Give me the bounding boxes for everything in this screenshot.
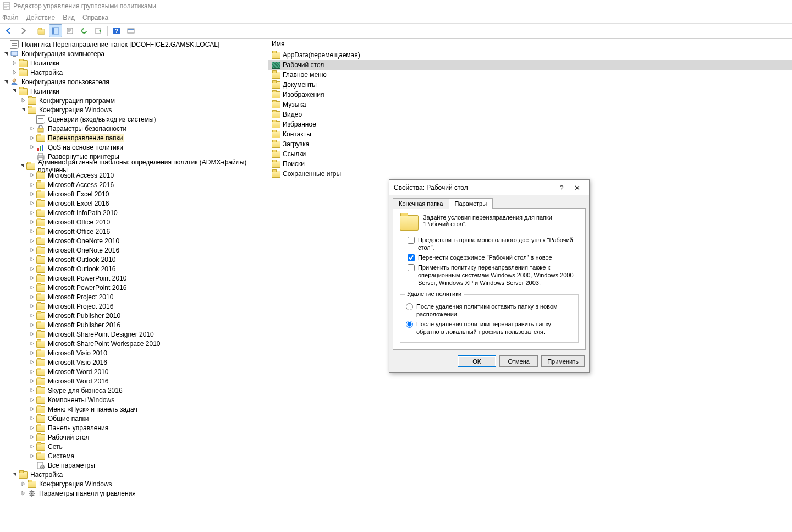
tree-admx-16[interactable]: Microsoft Publisher 2016 [0,320,268,330]
twisty-icon[interactable] [29,238,35,244]
tree-comp-policies[interactable]: Политики [0,58,268,68]
twisty-icon[interactable] [29,266,35,272]
tree-admx-9[interactable]: Microsoft Outlook 2010 [0,255,268,264]
export-button[interactable] [92,24,105,37]
tree-admx-14[interactable]: Microsoft Project 2016 [0,301,268,311]
menu-action[interactable]: Действие [26,14,56,21]
twisty-icon[interactable] [29,135,35,141]
tree-comp-preferences[interactable]: Настройка [0,68,268,77]
tree-admx-20[interactable]: Microsoft Visio 2016 [0,358,268,367]
twisty-icon[interactable] [29,200,35,207]
list-item[interactable]: Изображения [268,90,792,100]
properties-button[interactable] [63,24,76,37]
extra-button[interactable] [124,24,138,37]
list-item[interactable]: Видео [268,109,792,119]
tree-pref-win-config[interactable]: Конфигурация Windows [0,479,268,489]
twisty-icon[interactable] [29,294,35,300]
twisty-icon[interactable] [29,434,35,441]
tree-user-config[interactable]: Конфигурация пользователя [0,77,268,86]
dialog-help-button[interactable]: ? [554,180,569,195]
dialog-titlebar[interactable]: Свойства: Рабочий стол ? ✕ [389,180,589,195]
tree-qos[interactable]: QoS на основе политики [0,142,268,152]
tree-scripts[interactable]: Сценарии (вход/выход из системы) [0,114,268,124]
list-item[interactable]: Документы [268,80,792,90]
twisty-icon[interactable] [29,312,35,319]
help-button[interactable]: ? [110,24,123,37]
tree-computer-config[interactable]: Конфигурация компьютера [0,49,268,58]
tree-user-preferences[interactable]: Настройка [0,470,268,479]
apply-button[interactable]: Применить [541,355,585,367]
list-item[interactable]: Ссылки [268,149,792,159]
tree-program-config[interactable]: Конфигурация программ [0,96,268,105]
dialog-close-button[interactable]: ✕ [569,180,585,195]
tree-admx-18[interactable]: Microsoft SharePoint Workspace 2010 [0,339,268,348]
twisty-icon[interactable] [29,182,35,188]
twisty-icon[interactable] [29,359,35,366]
refresh-button[interactable] [78,24,91,37]
list-item[interactable]: Избранное [268,119,792,129]
twisty-icon[interactable] [29,210,35,216]
twisty-icon[interactable] [29,322,35,328]
list-item[interactable]: Музыка [268,100,792,109]
tree-admin-templates[interactable]: Административные шаблоны: определения по… [0,161,268,171]
tree-folder-redirection[interactable]: Перенаправление папки [0,133,268,142]
tree-admx-2[interactable]: Microsoft Excel 2010 [0,189,268,199]
checkbox-move-contents[interactable] [408,254,415,261]
tree-all-settings[interactable]: Все параметры [0,460,268,470]
menu-view[interactable]: Вид [63,14,75,21]
menu-help[interactable]: Справка [82,14,108,21]
list-column-header[interactable]: Имя [268,39,792,50]
twisty-icon[interactable] [11,69,18,76]
twisty-icon[interactable] [29,378,35,385]
twisty-icon[interactable] [29,247,35,254]
twisty-icon[interactable] [2,79,9,85]
tree-admx-10[interactable]: Microsoft Outlook 2016 [0,264,268,273]
twisty-icon[interactable] [29,125,35,132]
checkbox-apply-legacy[interactable] [408,264,415,271]
tree-cp-params[interactable]: Параметры панели управления [0,489,268,498]
tree-admx-22[interactable]: Microsoft Word 2016 [0,376,268,386]
tree-admx-4[interactable]: Microsoft InfoPath 2010 [0,208,268,217]
tree-admx-21[interactable]: Microsoft Word 2010 [0,367,268,376]
forward-button[interactable] [16,24,30,37]
twisty-icon[interactable] [29,350,35,357]
twisty-icon[interactable] [29,191,35,198]
twisty-icon[interactable] [29,331,35,338]
list-item[interactable]: Контакты [268,129,792,139]
tree-desktop[interactable]: Рабочий стол [0,432,268,442]
twisty-icon[interactable] [20,97,26,104]
tree-admx-12[interactable]: Microsoft PowerPoint 2016 [0,283,268,292]
checkbox-exclusive-rights[interactable] [408,237,415,244]
tree-shared-folders[interactable]: Общие папки [0,414,268,423]
twisty-icon[interactable] [29,425,35,431]
tree-admx-1[interactable]: Microsoft Access 2016 [0,180,268,189]
twisty-icon[interactable] [11,88,18,95]
twisty-icon[interactable] [29,406,35,413]
show-tree-button[interactable] [49,24,62,37]
tree-win-components[interactable]: Компоненты Windows [0,395,268,404]
tree-admx-7[interactable]: Microsoft OneNote 2010 [0,236,268,245]
tab-target-folder[interactable]: Конечная папка [393,198,449,209]
twisty-icon[interactable] [29,369,35,375]
twisty-icon[interactable] [29,284,35,291]
twisty-icon[interactable] [29,303,35,310]
tree-admx-8[interactable]: Microsoft OneNote 2016 [0,245,268,255]
tree-user-policies[interactable]: Политики [0,86,268,96]
tree-network[interactable]: Сеть [0,442,268,451]
radio-leave-folder[interactable] [406,303,413,310]
twisty-icon[interactable] [29,443,35,450]
tree-admx-11[interactable]: Microsoft PowerPoint 2010 [0,273,268,283]
tree-root[interactable]: Политика Перенаправление папок [DCOFFICE… [0,40,268,49]
twisty-icon[interactable] [29,415,35,422]
twisty-icon[interactable] [11,60,18,67]
twisty-icon[interactable] [29,256,35,263]
tree-control-panel[interactable]: Панель управления [0,423,268,432]
list-item[interactable]: Главное меню [268,70,792,80]
menu-file[interactable]: Файл [2,14,19,21]
tree-windows-config[interactable]: Конфигурация Windows [0,105,268,114]
tree-admx-6[interactable]: Microsoft Office 2016 [0,227,268,236]
cancel-button[interactable]: Отмена [499,355,538,367]
list-item[interactable]: Загрузка [268,139,792,149]
tree-start-menu[interactable]: Меню «Пуск» и панель задач [0,404,268,414]
up-button[interactable] [35,24,48,37]
